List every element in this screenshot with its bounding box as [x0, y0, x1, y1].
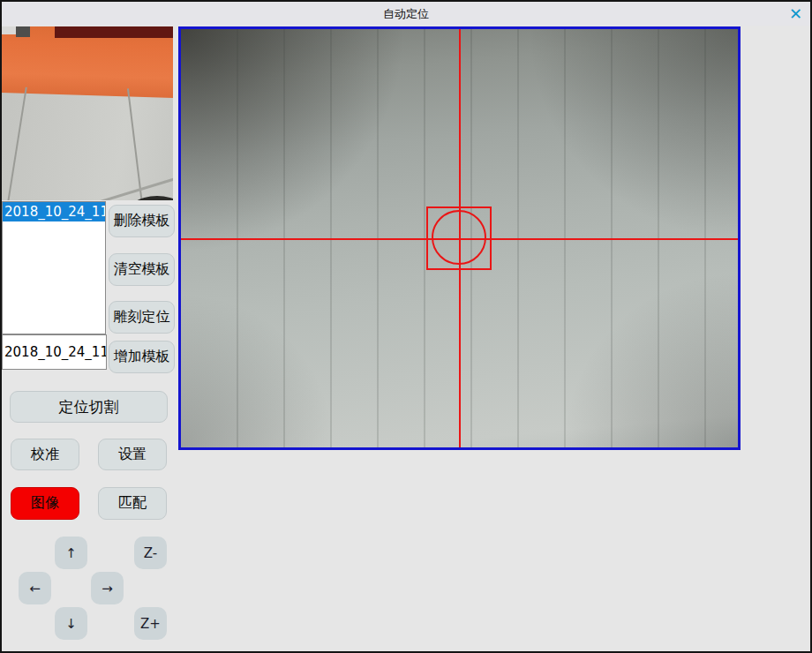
roi-circle — [432, 210, 486, 265]
titlebar: 自动定位 ✕ — [2, 2, 810, 26]
thumb-tile-grout-line — [127, 88, 143, 200]
template-name-field[interactable] — [2, 334, 107, 370]
thumb-dark-red-strip — [55, 26, 173, 38]
calibrate-button[interactable]: 校准 — [11, 439, 79, 470]
position-cut-button[interactable]: 定位切割 — [10, 391, 168, 423]
jog-down-button[interactable]: ↓ — [55, 607, 87, 640]
template-thumbnail — [2, 26, 173, 200]
thumb-dark-object — [124, 196, 173, 200]
auto-position-dialog: 自动定位 ✕ 2018_10_24_11 删除模板 清空模板 雕刻定位 增加模板… — [0, 0, 812, 653]
jog-right-button[interactable]: → — [91, 572, 124, 604]
match-button[interactable]: 匹配 — [98, 487, 167, 520]
clear-templates-button[interactable]: 清空模板 — [109, 253, 175, 286]
engrave-position-button[interactable]: 雕刻定位 — [109, 301, 175, 334]
image-button[interactable]: 图像 — [11, 487, 79, 520]
jog-z-plus-button[interactable]: Z+ — [134, 607, 167, 640]
close-icon[interactable]: ✕ — [789, 4, 802, 25]
dialog-title: 自动定位 — [2, 2, 810, 26]
settings-button[interactable]: 设置 — [98, 439, 167, 470]
template-list-item[interactable]: 2018_10_24_11 — [3, 202, 105, 221]
delete-template-button[interactable]: 删除模板 — [109, 205, 175, 237]
jog-z-minus-button[interactable]: Z- — [134, 537, 167, 569]
jog-up-button[interactable]: ↑ — [55, 537, 87, 569]
template-list[interactable]: 2018_10_24_11 — [2, 201, 106, 334]
camera-view — [178, 26, 741, 450]
add-template-button[interactable]: 增加模板 — [109, 341, 175, 373]
thumb-tile-grout-line — [6, 87, 27, 200]
thumb-dark-patch — [16, 26, 30, 37]
jog-left-button[interactable]: ← — [19, 572, 51, 604]
